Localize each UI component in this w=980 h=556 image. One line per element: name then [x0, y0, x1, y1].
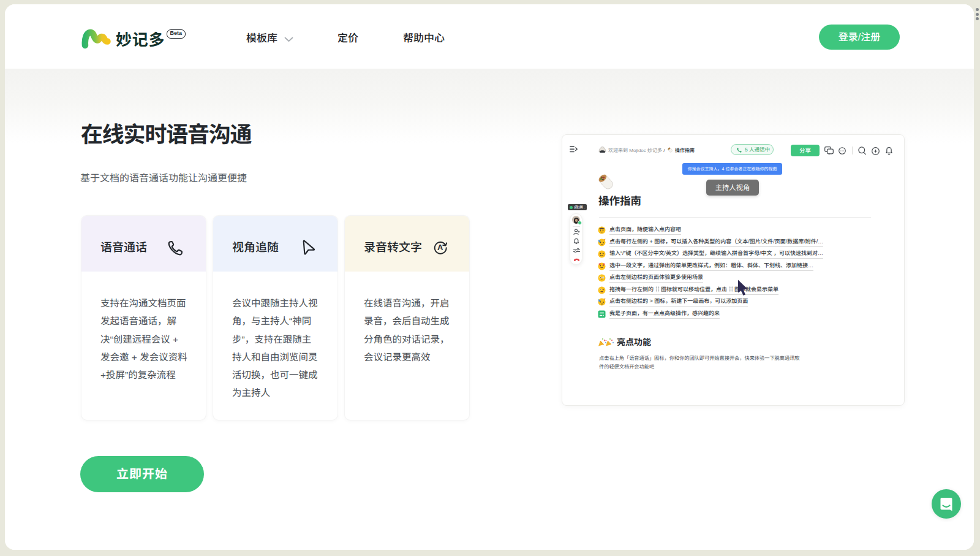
svg-text:A: A	[437, 243, 443, 252]
